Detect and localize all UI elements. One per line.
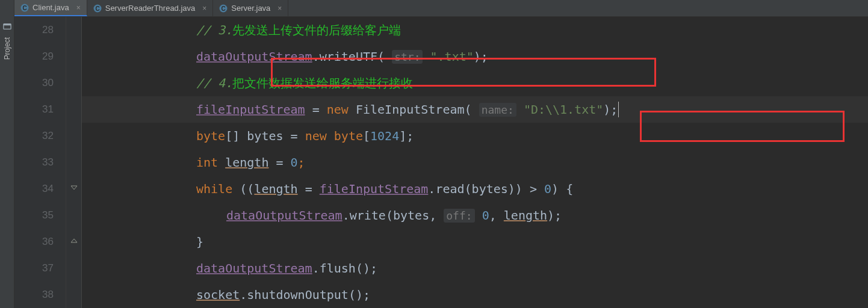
- param-hint: str:: [392, 50, 423, 64]
- project-tool-label[interactable]: Project: [3, 37, 11, 60]
- line-number: 34: [14, 176, 54, 202]
- method-call: writeUTF: [320, 49, 377, 64]
- code-line[interactable]: dataOutputStream.write(bytes, off: 0, le…: [82, 202, 868, 229]
- comment: // 3.先发送上传文件的后缀给客户端: [196, 22, 401, 38]
- line-number: 28: [14, 17, 54, 43]
- tab-label: Server.java: [231, 4, 270, 13]
- svg-text:C: C: [95, 5, 99, 12]
- tab-client[interactable]: C Client.java ×: [14, 0, 87, 16]
- fold-marker-icon[interactable]: [69, 184, 79, 194]
- java-class-icon: C: [20, 4, 29, 12]
- code-line[interactable]: // 3.先发送上传文件的后缀给客户端: [82, 17, 868, 43]
- code-line[interactable]: byte[] bytes = new byte[1024];: [82, 123, 868, 149]
- field-ref: dataOutputStream: [196, 49, 312, 64]
- java-class-icon: C: [219, 4, 228, 13]
- svg-text:C: C: [22, 5, 26, 11]
- java-class-icon: C: [93, 4, 102, 13]
- code-line[interactable]: int length = 0;: [82, 149, 868, 176]
- line-number: 30: [14, 70, 54, 96]
- line-number-gutter[interactable]: 28 29 30 31 32 33 34 35 36 37 38: [14, 17, 66, 308]
- close-icon[interactable]: ×: [76, 4, 81, 12]
- tab-label: Client.java: [33, 3, 69, 12]
- line-number: 29: [14, 43, 54, 70]
- code-line-current[interactable]: fileInputStream = new FileInputStream( n…: [82, 96, 868, 123]
- fold-marker-icon[interactable]: [69, 237, 79, 247]
- line-number: 37: [14, 255, 54, 282]
- code-line[interactable]: }: [82, 229, 868, 255]
- code-line[interactable]: while ((length = fileInputStream.read(by…: [82, 176, 868, 202]
- svg-text:C: C: [222, 5, 226, 12]
- line-number: 35: [14, 202, 54, 229]
- caret: [618, 102, 619, 117]
- line-number: 33: [14, 149, 54, 176]
- tool-window-bar[interactable]: Project: [0, 0, 14, 308]
- editor-area: 28 29 30 31 32 33 34 35 36 37 38 // 3.先发…: [14, 17, 868, 308]
- editor-tabs: C Client.java × C ServerReaderThread.jav…: [14, 0, 868, 17]
- close-icon[interactable]: ×: [277, 4, 282, 13]
- project-tool-icon: [3, 19, 11, 34]
- gutter-markers[interactable]: [66, 17, 82, 308]
- code-line[interactable]: // 4.把文件数据发送给服务端进行接收: [82, 70, 868, 96]
- field-ref: fileInputStream: [196, 102, 305, 117]
- class-ref: FileInputStream: [356, 102, 465, 117]
- param-hint: name:: [479, 103, 516, 117]
- code-editor[interactable]: // 3.先发送上传文件的后缀给客户端 dataOutputStream.wri…: [82, 17, 868, 308]
- tab-label: ServerReaderThread.java: [105, 4, 196, 13]
- string-literal: ".txt": [430, 49, 474, 64]
- line-number: 32: [14, 123, 54, 149]
- tab-serverreader[interactable]: C ServerReaderThread.java ×: [87, 0, 214, 16]
- close-icon[interactable]: ×: [202, 4, 206, 13]
- line-number: 36: [14, 229, 54, 255]
- code-line[interactable]: socket.shutdownOutput();: [82, 282, 868, 308]
- line-number: 31: [14, 96, 54, 123]
- line-number: 38: [14, 282, 54, 308]
- string-literal: "D:\\1.txt": [524, 102, 603, 117]
- tab-server[interactable]: C Server.java ×: [213, 0, 288, 16]
- comment: // 4.把文件数据发送给服务端进行接收: [196, 75, 413, 91]
- param-hint: off:: [444, 209, 474, 223]
- svg-rect-1: [3, 24, 10, 26]
- code-line[interactable]: dataOutputStream.writeUTF( str: ".txt");: [82, 43, 868, 70]
- code-line[interactable]: dataOutputStream.flush();: [82, 255, 868, 282]
